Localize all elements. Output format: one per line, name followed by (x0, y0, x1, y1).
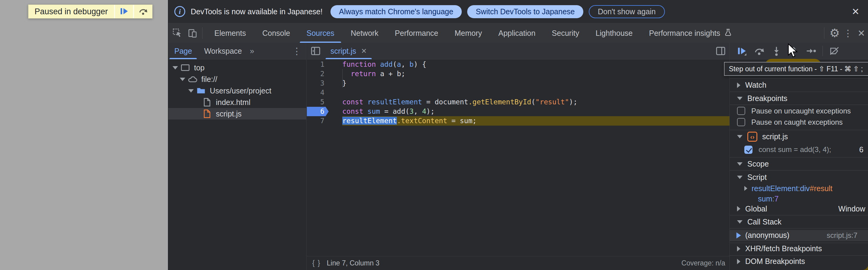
file-tree: top file:// Users/user/project (168, 59, 306, 120)
disclosure-triangle-right[interactable] (744, 186, 747, 191)
settings-gear-icon[interactable]: ⚙ (828, 26, 841, 40)
dont-show-again-button[interactable]: Don't show again (589, 5, 665, 18)
disclosure-triangle-down[interactable] (737, 176, 743, 179)
tree-item-project-folder[interactable]: Users/user/project (168, 85, 306, 96)
pretty-print-icon[interactable]: { } (312, 259, 321, 267)
tab-network[interactable]: Network (343, 23, 387, 43)
scope-global-group[interactable]: Global Window (730, 203, 868, 214)
file-icon (202, 97, 212, 107)
disclosure-triangle-down[interactable] (188, 89, 194, 92)
tab-application[interactable]: Application (490, 23, 544, 43)
devtools-window: i DevTools is now available in Japanese!… (168, 0, 868, 270)
breakpoint-badge[interactable]: 6 (307, 107, 329, 116)
breakpoint-enabled-checkbox[interactable] (744, 146, 752, 154)
infobar-message: DevTools is now available in Japanese! (191, 7, 322, 16)
section-call-stack[interactable]: Call Stack (730, 215, 868, 229)
paused-banner-label: Paused in debugger (29, 5, 114, 18)
pause-caught-checkbox[interactable] (737, 118, 745, 126)
disclosure-triangle-down[interactable] (737, 162, 743, 166)
dimmed-page-background: Paused in debugger (0, 0, 168, 270)
cursor-position-label: Line 7, Column 3 (327, 259, 379, 267)
tree-item-script-js[interactable]: script.js (168, 108, 306, 120)
editor-panel: script.js ✕ 1function add(a, b) { 2 retu… (307, 43, 730, 270)
section-breakpoints[interactable]: Breakpoints (730, 92, 868, 105)
disclosure-triangle-down[interactable] (737, 220, 743, 223)
tab-sources[interactable]: Sources (298, 23, 343, 43)
always-match-language-button[interactable]: Always match Chrome's language (331, 5, 462, 18)
pause-uncaught-checkbox[interactable] (737, 107, 745, 115)
banner-step-over-button[interactable] (134, 5, 152, 18)
code-line: 5const resultElement = document.getEleme… (307, 97, 730, 107)
navigator-panel: Page Workspace » ⋮ top file:// (168, 43, 307, 270)
editor-tab-script-js[interactable]: script.js ✕ (326, 43, 372, 59)
disclosure-triangle-down[interactable] (173, 66, 178, 69)
toggle-debugger-sidebar-icon[interactable] (715, 46, 726, 56)
tab-performance[interactable]: Performance (386, 23, 446, 43)
breakpoint-entry[interactable]: const sum = add(3, 4); 6 (730, 144, 868, 155)
resume-button[interactable] (735, 44, 748, 58)
section-watch[interactable]: Watch (730, 78, 868, 92)
tree-item-file-protocol[interactable]: file:// (168, 73, 306, 85)
tab-lighthouse[interactable]: Lighthouse (587, 23, 641, 43)
script-file-icon: ‹› (747, 132, 757, 142)
devtools-close-icon[interactable]: ✕ (855, 28, 868, 38)
disclosure-triangle-right[interactable] (737, 206, 740, 211)
call-stack-frame[interactable]: (anonymous) script.js:7 (730, 230, 868, 241)
toggle-navigator-icon[interactable] (310, 46, 321, 56)
more-options-kebab-icon[interactable]: ⋮ (841, 28, 855, 38)
code-line: 4 (307, 88, 730, 97)
code-line: 3} (307, 79, 730, 88)
section-scope[interactable]: Scope (730, 157, 868, 171)
tab-performance-insights[interactable]: Performance insights (641, 23, 740, 43)
code-line: 1function add(a, b) { (307, 60, 730, 69)
switch-to-japanese-button[interactable]: Switch DevTools to Japanese (467, 5, 583, 18)
section-dom-breakpoints[interactable]: DOM Breakpoints (730, 256, 868, 267)
step-over-button[interactable] (752, 44, 766, 58)
code-line-execution: 7resultElement.textContent = sum; (307, 116, 730, 126)
device-toolbar-icon[interactable] (186, 27, 198, 39)
more-tabs-chevron-icon[interactable]: » (250, 47, 254, 56)
flask-icon (724, 28, 732, 38)
disclosure-triangle-down[interactable] (180, 78, 185, 81)
navigator-menu-kebab-icon[interactable]: ⋮ (292, 46, 301, 56)
banner-resume-button[interactable] (115, 5, 133, 18)
frame-icon (180, 63, 190, 72)
editor-tabstrip: script.js ✕ (307, 43, 730, 59)
global-scope-value: Window (838, 205, 865, 213)
code-editor[interactable]: 1function add(a, b) { 2 return a + b; 3}… (307, 60, 730, 256)
disclosure-triangle-right[interactable] (737, 259, 740, 264)
scope-var-sum[interactable]: sum: 7 (730, 194, 868, 204)
infobar-close-icon[interactable]: ✕ (851, 6, 860, 17)
disclosure-triangle-down[interactable] (737, 135, 743, 138)
step-button[interactable] (804, 44, 818, 58)
navigator-tab-page[interactable]: Page (168, 43, 198, 59)
step-out-tooltip: Step out of current function - ⇧ F11 - ⌘… (724, 62, 868, 76)
disclosure-triangle-right[interactable] (737, 246, 740, 251)
tab-close-icon[interactable]: ✕ (361, 47, 367, 55)
breakpoint-group-script-js[interactable]: ‹› script.js (730, 130, 868, 143)
tab-memory[interactable]: Memory (446, 23, 490, 43)
tab-console[interactable]: Console (254, 23, 298, 43)
disclosure-triangle-right[interactable] (737, 83, 740, 88)
pause-uncaught-exceptions-row: Pause on uncaught exceptions (730, 105, 868, 117)
paused-in-debugger-banner: Paused in debugger (28, 5, 153, 19)
navigator-tab-workspace[interactable]: Workspace (198, 43, 248, 59)
tab-security[interactable]: Security (544, 23, 587, 43)
coverage-label[interactable]: Coverage: n/a (682, 259, 725, 267)
tab-elements[interactable]: Elements (206, 23, 254, 43)
step-over-icon (138, 7, 148, 17)
file-icon-orange (202, 109, 212, 119)
section-xhr-breakpoints[interactable]: XHR/fetch Breakpoints (730, 243, 868, 254)
scope-var-resultelement[interactable]: resultElement: div#result (730, 183, 868, 194)
step-into-button[interactable] (770, 44, 783, 58)
disclosure-triangle-down[interactable] (737, 97, 743, 100)
inspect-element-icon[interactable] (171, 27, 183, 39)
tree-item-top[interactable]: top (168, 62, 306, 73)
resume-icon (120, 7, 128, 17)
mouse-cursor (787, 43, 798, 58)
tree-item-index-html[interactable]: index.html (168, 96, 306, 108)
scope-script-group[interactable]: Script (730, 172, 868, 183)
breakpoint-line-number: 6 (859, 145, 864, 154)
deactivate-breakpoints-button[interactable] (828, 44, 841, 58)
navigator-header: Page Workspace » ⋮ (168, 43, 306, 59)
